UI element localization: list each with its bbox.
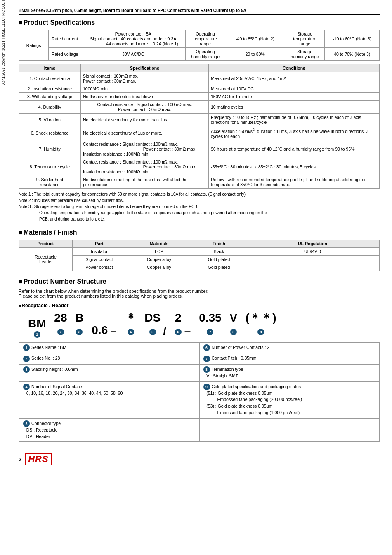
- desc-text-2: Series No. : 28: [31, 356, 60, 361]
- desc-9: 9 Gold plated specification and packagin…: [199, 382, 380, 418]
- pn-sep6: [193, 325, 196, 338]
- table-row: 2. Insulation resistance 1000MΩ min. Mea…: [19, 85, 380, 93]
- ratings-label: Ratings: [19, 30, 49, 61]
- item-2: 2. Insulation resistance: [19, 85, 81, 93]
- pn-sep2: [86, 325, 90, 338]
- item-6: 6. Shock resistance: [19, 126, 81, 140]
- product-number-section: Product Number Structure Refer to the ch…: [19, 278, 380, 443]
- circle-3: 3: [76, 329, 83, 335]
- materials-title: Materials / Finish: [19, 229, 380, 236]
- pn-sep3: [119, 325, 123, 338]
- desc-text-7: Contact Pitch : 0.35mm: [211, 356, 256, 361]
- desc-circle-1: 1: [23, 344, 30, 351]
- table-row: ReceptacleHeader Insulator LCP Black UL9…: [19, 247, 380, 255]
- product-number-title: Product Number Structure: [19, 278, 380, 285]
- circle-1: 1: [34, 331, 40, 338]
- note-3-cont2: PCB, and during transportation, etc.: [39, 216, 380, 222]
- rated-voltage-label: Rated voltage: [49, 48, 81, 61]
- desc-circle-5: 5: [23, 420, 30, 427]
- material-copper-1: Copper alloy: [126, 255, 192, 263]
- op-humidity-value: 20 to 80%: [225, 48, 285, 61]
- desc-3: 3 Stacking height : 0.6mm: [19, 364, 199, 382]
- materials-section: Materials / Finish Product Part Material…: [19, 229, 380, 271]
- table-row: 1. Contact resistance Signal contact : 1…: [19, 72, 380, 85]
- rated-current-value: Power contact : 5A Signal contact : 40 c…: [81, 30, 185, 48]
- product-name: ReceptacleHeader: [19, 247, 73, 271]
- product-specs-title: Product Specifications: [19, 19, 380, 26]
- storage-temp-value: -10 to 60°C (Note 3): [325, 30, 380, 48]
- part-insulator: Insulator: [73, 247, 126, 255]
- ratings-table: Ratings Rated current Power contact : 5A…: [19, 30, 380, 61]
- ul-val-2: ——: [246, 255, 380, 263]
- spec-5: No electrical discontinuity for more tha…: [81, 114, 209, 126]
- op-temp-label: Operatingtemperature range: [185, 30, 225, 48]
- pn-sep5: [169, 325, 172, 338]
- desc-8: 8 Termination type V : Straight SMT: [199, 364, 380, 382]
- desc-circle-6: 6: [203, 344, 210, 351]
- cond-8: -55±3°C : 30 minutes → 85±2°C : 30 minut…: [209, 158, 380, 176]
- pn-sep7: [224, 325, 227, 338]
- side-label: Apr.1.2021 Copyright 2021 HIROSE ELECTRI…: [1, 0, 5, 85]
- finish-black: Black: [192, 247, 246, 255]
- materials-table: Product Part Materials Finish UL Regulat…: [19, 240, 380, 271]
- spec-9: No dissolution or melting of the resin t…: [81, 176, 209, 188]
- op-humidity-label: Operatinghumidity range: [185, 48, 225, 61]
- table-row: 6. Shock resistance No electrical discon…: [19, 126, 380, 140]
- pn-sep0: [49, 325, 52, 338]
- item-8: 8. Temperature cycle: [19, 158, 81, 176]
- desc-2: 2 Series No. : 28: [19, 353, 199, 364]
- hrs-logo: HRS: [25, 453, 52, 465]
- desc-circle-8: 8: [203, 366, 210, 373]
- desc-text-3: Stacking height : 0.6mm: [31, 367, 78, 372]
- item-4: 4. Durability: [19, 101, 81, 114]
- ul-val-1: UL94V-0: [246, 247, 380, 255]
- storage-humidity-label: Storagehumidity range: [285, 48, 324, 61]
- cond-5: Frequency : 10 to 55Hz ; half amplitude …: [209, 114, 380, 126]
- cond-1: Measured at 20mV AC, 1kHz, and 1mA: [209, 72, 380, 85]
- specs-table: Items Specifications Conditions 1. Conta…: [19, 64, 380, 189]
- table-row: Signal contact Copper alloy Gold plated …: [19, 255, 380, 263]
- spec-6: No electrical discontinuity of 1μs or mo…: [81, 126, 209, 140]
- pn-035: 0.35: [199, 312, 222, 325]
- col-materials: Materials: [126, 240, 192, 247]
- table-row: 7. Humidity Contact resistance : Signal …: [19, 140, 380, 158]
- item-5: 5. Vibration: [19, 114, 81, 126]
- pn-star: ＊: [125, 312, 137, 325]
- spec-7: Contact resistance : Signal contact : 10…: [81, 140, 209, 158]
- circle-4: 4: [128, 329, 134, 335]
- pn-b: B: [75, 312, 83, 325]
- pn-06: 0.6: [92, 324, 108, 337]
- note-3: Note 3 : Storage refers to long-term-sto…: [19, 204, 380, 210]
- desc-circle-7: 7: [203, 356, 210, 362]
- rated-voltage-value: 30V AC/DC: [81, 48, 185, 61]
- material-lcp: LCP: [126, 247, 192, 255]
- spec-3: No flashover or dielectric breakdown: [81, 93, 209, 101]
- desc-circle-2: 2: [23, 356, 30, 362]
- desc-4: 4 Number of Signal Contacts : 6, 10, 16,…: [19, 382, 199, 418]
- pn-sep1: [69, 325, 73, 338]
- col-finish: Finish: [192, 240, 246, 247]
- table-row: 9. Solder heatresistance No dissolution …: [19, 176, 380, 188]
- desc-6: 6 Number of Power Contacts : 2: [199, 342, 380, 353]
- circle-5: 5: [149, 329, 156, 335]
- finish-gold-1: Gold plated: [192, 255, 246, 263]
- col-ul: UL Regulation: [246, 240, 380, 247]
- item-3: 3. Withstanding voltage: [19, 93, 81, 101]
- note-3-cont: Operating temperature / humidity range a…: [39, 210, 380, 216]
- desc-1: 1 Series Name : BM: [19, 342, 199, 353]
- note-2: Note 2 : Includes temperature rise cause…: [19, 197, 380, 204]
- table-row: 5. Vibration No electrical discontinuity…: [19, 114, 380, 126]
- item-9: 9. Solder heatresistance: [19, 176, 81, 188]
- pn-ds: DS: [144, 312, 161, 325]
- desc-text-4: Number of Signal Contacts : 6, 10, 16, 1…: [23, 384, 123, 396]
- spec-2: 1000MΩ min.: [81, 85, 209, 93]
- desc-circle-4: 4: [23, 384, 30, 390]
- spec-1: Signal contact : 100mΩ max.Power contact…: [81, 72, 209, 85]
- part-power: Power contact: [73, 263, 126, 271]
- item-1: 1. Contact resistance: [19, 72, 81, 85]
- cond-3: 150V AC for 1 minute: [209, 93, 380, 101]
- pn-dash2: –: [184, 325, 191, 338]
- pn-slash: /: [163, 325, 166, 338]
- spec-8: Contact resistance : Signal contact : 10…: [81, 158, 209, 176]
- col-part: Part: [73, 240, 126, 247]
